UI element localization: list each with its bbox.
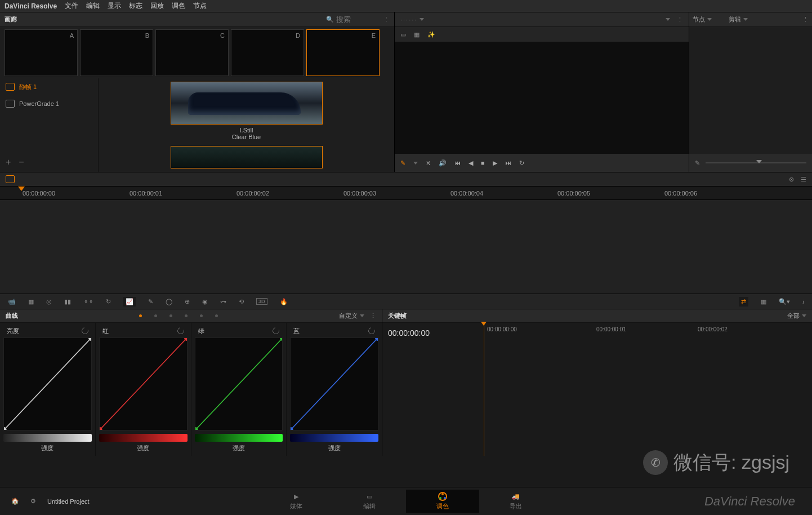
volume-icon[interactable]: 🔊: [439, 159, 447, 167]
reset-icon[interactable]: [176, 326, 185, 335]
keyframe-mode[interactable]: 全部: [787, 312, 806, 320]
image-mode-icon[interactable]: [6, 175, 15, 183]
menu-view[interactable]: 显示: [108, 1, 121, 11]
menu-nodes[interactable]: 节点: [193, 1, 207, 11]
menu-edit[interactable]: 编辑: [86, 1, 100, 11]
motion-icon[interactable]: ↻: [106, 298, 111, 305]
rgb-mixer-icon[interactable]: ⚬⚬: [83, 298, 93, 305]
curve-蓝[interactable]: 蓝 强度: [287, 323, 382, 456]
qualifier-icon[interactable]: ✎: [148, 298, 153, 305]
reset-icon[interactable]: [271, 326, 280, 335]
keyframe-toggle-icon[interactable]: ⇄: [739, 297, 748, 307]
wheels-icon[interactable]: ◎: [46, 298, 52, 305]
sizing-icon[interactable]: ⟲: [239, 298, 244, 305]
wand-icon[interactable]: ✨: [427, 31, 435, 38]
list-icon[interactable]: ☰: [801, 176, 806, 183]
chevron-down-icon[interactable]: [413, 162, 418, 165]
keyframe-timeline[interactable]: 00:00:00:00 00:00:00:01 00:00:00:02: [484, 323, 812, 456]
play-icon[interactable]: ▶: [493, 159, 497, 167]
window-icon[interactable]: ◯: [166, 298, 172, 305]
menu-color[interactable]: 调色: [172, 1, 185, 11]
nodes-tab[interactable]: 节点: [693, 15, 712, 24]
page-tab-编辑[interactable]: ▭编辑: [333, 490, 406, 513]
curve-mode-dot[interactable]: [200, 314, 203, 317]
timeline-ruler[interactable]: 00:00:00:00 00:00:00:01 00:00:00:02 00:0…: [0, 187, 812, 200]
thumb-a[interactable]: A: [5, 29, 78, 76]
intensity-bar[interactable]: [99, 434, 188, 442]
curve-红[interactable]: 红 强度: [96, 323, 191, 456]
sidebar-stills[interactable]: 静帧 1: [0, 78, 98, 95]
key-icon[interactable]: ⊶: [220, 298, 226, 305]
thumb-e[interactable]: E: [306, 29, 380, 76]
thumb-d[interactable]: D: [231, 29, 304, 76]
thumb-b[interactable]: B: [80, 29, 153, 76]
grid-icon[interactable]: ▦: [761, 298, 766, 305]
3d-icon[interactable]: 3D: [256, 298, 267, 305]
fx-icon[interactable]: ⊗: [789, 176, 794, 183]
page-tab-媒体[interactable]: ▶媒体: [260, 490, 333, 513]
curve-mode-dot[interactable]: [185, 314, 188, 317]
remove-button[interactable]: −: [19, 157, 24, 167]
still-thumbnail-2[interactable]: [171, 146, 323, 168]
curves-icon[interactable]: 📈: [123, 297, 136, 307]
curve-plot[interactable]: [99, 338, 188, 430]
shuffle-icon[interactable]: ⤨: [426, 159, 431, 167]
grid-view-icon[interactable]: ▦: [414, 31, 420, 38]
search-input[interactable]: [336, 15, 381, 24]
single-view-icon[interactable]: ▭: [400, 31, 406, 38]
next-clip-icon[interactable]: ⏭: [505, 159, 511, 166]
clips-tab[interactable]: 剪辑: [729, 15, 748, 24]
intensity-bar[interactable]: [195, 434, 283, 442]
chevron-down-icon[interactable]: [420, 18, 424, 21]
intensity-bar[interactable]: [290, 434, 378, 442]
curve-plot[interactable]: [290, 338, 378, 430]
viewer-dropdown[interactable]: [666, 18, 670, 21]
blur-icon[interactable]: ◉: [202, 298, 208, 305]
sidebar-powergrade[interactable]: PowerGrade 1: [0, 95, 98, 112]
menu-playback[interactable]: 回放: [150, 1, 164, 11]
menu-icon[interactable]: ⋮: [802, 16, 809, 23]
flame-icon[interactable]: 🔥: [280, 298, 288, 305]
menu-mark[interactable]: 标志: [129, 1, 142, 11]
search-box[interactable]: 🔍 ⋮: [326, 15, 390, 24]
curve-mode-dot[interactable]: [169, 314, 172, 317]
color-match-icon[interactable]: ▦: [28, 298, 34, 305]
menu-icon[interactable]: ⋮: [370, 312, 376, 319]
curve-mode-dot[interactable]: [139, 314, 142, 317]
page-tab-导出[interactable]: 🚚导出: [479, 490, 552, 513]
prev-clip-icon[interactable]: ⏮: [454, 159, 461, 166]
nodes-canvas[interactable]: [689, 27, 812, 154]
reset-icon[interactable]: [367, 326, 376, 335]
curve-绿[interactable]: 绿 强度: [191, 323, 287, 456]
intensity-bar[interactable]: [3, 434, 92, 442]
bars-icon[interactable]: ▮▮: [64, 298, 71, 305]
stop-icon[interactable]: ■: [481, 159, 485, 166]
timeline-body[interactable]: [0, 200, 812, 294]
curve-mode-dot[interactable]: [215, 314, 218, 317]
add-button[interactable]: +: [6, 157, 11, 167]
menu-file[interactable]: 文件: [65, 1, 78, 11]
menu-icon[interactable]: ⋮: [677, 16, 683, 23]
info-icon[interactable]: i: [802, 298, 804, 305]
home-icon[interactable]: 🏠: [11, 498, 19, 505]
curve-plot[interactable]: [195, 338, 283, 430]
viewer-canvas[interactable]: [395, 42, 689, 154]
brush-icon[interactable]: ✎: [695, 159, 700, 167]
eyedropper-icon[interactable]: ✎: [400, 159, 405, 167]
step-back-icon[interactable]: ◀: [469, 159, 473, 167]
thumb-c[interactable]: C: [155, 29, 229, 76]
curve-mode-dot[interactable]: [154, 314, 157, 317]
page-tab-调色[interactable]: 调色: [406, 490, 479, 513]
curve-plot[interactable]: [3, 338, 92, 430]
curve-亮度[interactable]: 亮度 强度: [0, 323, 96, 456]
reset-icon[interactable]: [81, 326, 90, 335]
still-thumbnail[interactable]: [171, 82, 323, 125]
settings-icon[interactable]: ⚙: [30, 498, 36, 505]
camera-raw-icon[interactable]: 📹: [8, 298, 16, 305]
tracker-icon[interactable]: ⊕: [185, 298, 190, 305]
loop-icon[interactable]: ↻: [519, 159, 524, 167]
curves-mode[interactable]: 自定义: [339, 312, 364, 320]
menu-icon[interactable]: ⋮: [383, 16, 390, 23]
zoom-slider[interactable]: [706, 162, 806, 163]
search-icon[interactable]: 🔍▾: [779, 298, 790, 305]
